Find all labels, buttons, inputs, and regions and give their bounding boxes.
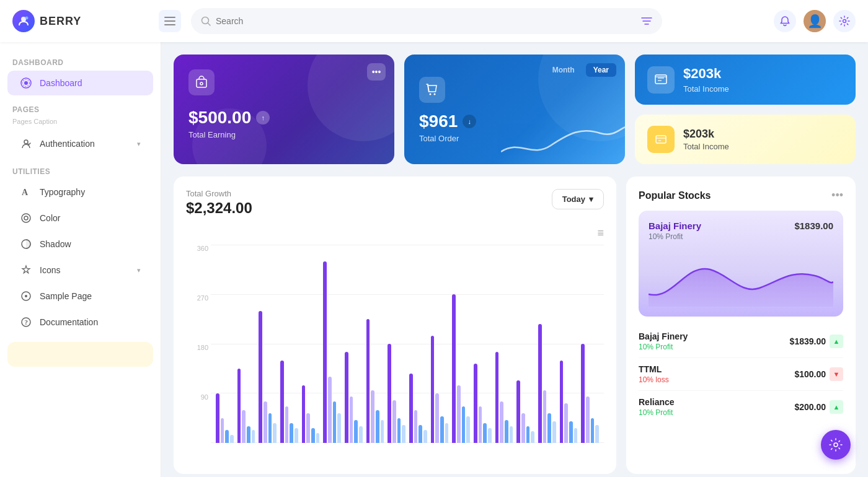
svg-point-20	[25, 295, 27, 297]
reliance-value-row: $200.00 ▲	[794, 400, 843, 414]
bar-group-12	[474, 364, 492, 443]
bar-group-6	[345, 352, 363, 443]
bar-light-purple-14	[521, 413, 525, 443]
bar-blue-16	[569, 421, 573, 443]
svg-point-14	[24, 140, 28, 144]
svg-line-6	[208, 23, 210, 25]
authentication-icon	[20, 138, 32, 150]
fab-button[interactable]	[821, 430, 851, 460]
y-axis-labels: 360 270 180 90	[186, 245, 208, 443]
bar-light-blue-15	[552, 421, 556, 443]
bar-group-14	[516, 380, 534, 443]
bar-light-blue-17	[595, 425, 599, 443]
stock-list-item-bajaj[interactable]: Bajaj Finery 10% Profit $1839.00 ▲	[639, 325, 843, 358]
ttml-value: $100.00	[794, 369, 826, 379]
bar-group-15	[538, 324, 556, 443]
stocks-header: Popular Stocks •••	[639, 189, 843, 202]
bar-light-purple-7	[371, 390, 374, 443]
typography-icon: A	[20, 186, 32, 198]
stock-list-item-reliance[interactable]: Reliance 10% Profit $200.00 ▲	[639, 391, 843, 423]
notification-button[interactable]	[774, 10, 796, 32]
bar-blue-8	[397, 418, 401, 443]
sidebar-item-authentication[interactable]: Authentication ▾	[7, 131, 153, 156]
bar-blue-11	[462, 406, 466, 443]
search-input[interactable]	[216, 16, 636, 26]
svg-rect-27	[655, 75, 666, 84]
main-layout: Dashboard Dashboard Pages Pages Caption	[0, 42, 868, 477]
sidebar-item-color[interactable]: Color	[7, 206, 153, 230]
sidebar-item-shadow[interactable]: Shadow	[7, 232, 153, 256]
earning-amount-row: $500.00 ↑	[188, 108, 379, 128]
bar-blue-6	[354, 420, 358, 443]
sidebar-item-documentation[interactable]: ? Documentation	[7, 310, 153, 335]
bar-blue-9	[418, 425, 422, 443]
svg-point-26	[434, 94, 436, 95]
bar-blue-14	[526, 426, 530, 443]
logo-area: BERRY	[12, 10, 149, 32]
bar-purple-8	[388, 344, 391, 443]
order-toggle-month[interactable]: Month	[545, 63, 582, 77]
stock-list-item-ttml[interactable]: TTML 10% loss $100.00 ▼	[639, 358, 843, 391]
icons-chevron: ▾	[137, 266, 141, 274]
stocks-menu-icon[interactable]: •••	[831, 189, 843, 202]
sidebar-item-sample-page[interactable]: Sample Page	[7, 284, 153, 309]
svg-point-16	[22, 214, 30, 222]
bar-light-blue-16	[574, 428, 578, 443]
sidebar-item-icons[interactable]: Icons ▾	[7, 258, 153, 282]
svg-point-25	[430, 94, 432, 95]
bar-light-purple-17	[586, 396, 590, 443]
bar-purple-5	[323, 261, 327, 443]
order-toggle-year[interactable]: Year	[586, 63, 616, 77]
stock-list-info-reliance: Reliance 10% Profit	[639, 397, 675, 417]
bar-group-10	[431, 336, 449, 443]
income-top-card: $203k Total Income	[635, 55, 856, 105]
featured-stock-value: $1839.00	[794, 221, 833, 231]
bar-group-13	[495, 352, 513, 443]
typography-label: Typography	[40, 187, 85, 197]
earning-menu-button[interactable]: •••	[367, 63, 386, 81]
ttml-loss: 10% loss	[639, 375, 669, 384]
bar-light-purple-15	[543, 390, 547, 443]
filter-icon[interactable]	[641, 16, 652, 26]
stock-list-info-ttml: TTML 10% loss	[639, 364, 669, 384]
icons-label: Icons	[40, 265, 60, 275]
bar-purple-11	[452, 294, 456, 443]
color-label: Color	[40, 213, 60, 223]
bar-blue-1	[247, 426, 250, 443]
bar-group-5	[323, 261, 341, 443]
svg-point-1	[25, 17, 29, 20]
bar-blue-10	[440, 416, 444, 443]
bar-light-purple-5	[328, 377, 332, 443]
today-button[interactable]: Today ▾	[552, 189, 604, 209]
bar-light-purple-10	[435, 393, 439, 443]
bar-group-0	[216, 393, 234, 443]
bajaj-trend-icon: ▲	[830, 335, 843, 348]
bar-blue-2	[268, 413, 272, 443]
bar-light-purple-6	[350, 396, 353, 443]
bar-blue-0	[225, 430, 229, 443]
bar-blue-13	[505, 420, 508, 443]
avatar[interactable]	[804, 10, 826, 32]
settings-button[interactable]	[833, 10, 856, 32]
header-actions	[774, 10, 856, 32]
bottom-section: Total Growth $2,324.00 Today ▾ ≡ 360 270…	[174, 177, 856, 474]
hamburger-button[interactable]	[159, 10, 181, 32]
sidebar-item-typography[interactable]: A Typography	[7, 180, 153, 204]
svg-point-10	[843, 20, 846, 23]
chart-menu-icon[interactable]: ≡	[186, 227, 604, 240]
sidebar-item-dashboard[interactable]: Dashboard	[7, 71, 153, 95]
bar-light-blue-3	[294, 428, 298, 443]
bar-purple-16	[560, 361, 564, 443]
bar-purple-17	[581, 344, 585, 443]
bajaj-profit: 10% Profit	[639, 343, 688, 351]
bar-light-blue-12	[488, 428, 492, 443]
svg-rect-31	[656, 136, 666, 143]
bar-light-purple-11	[457, 385, 461, 443]
svg-point-17	[24, 216, 28, 220]
sidebar-bottom-decoration	[7, 342, 153, 367]
bar-light-purple-2	[264, 401, 267, 443]
bar-purple-0	[216, 393, 219, 443]
bajaj-name: Bajaj Finery	[639, 331, 688, 341]
earning-icon-btn[interactable]	[188, 69, 215, 95]
order-icon-btn[interactable]	[419, 77, 445, 103]
